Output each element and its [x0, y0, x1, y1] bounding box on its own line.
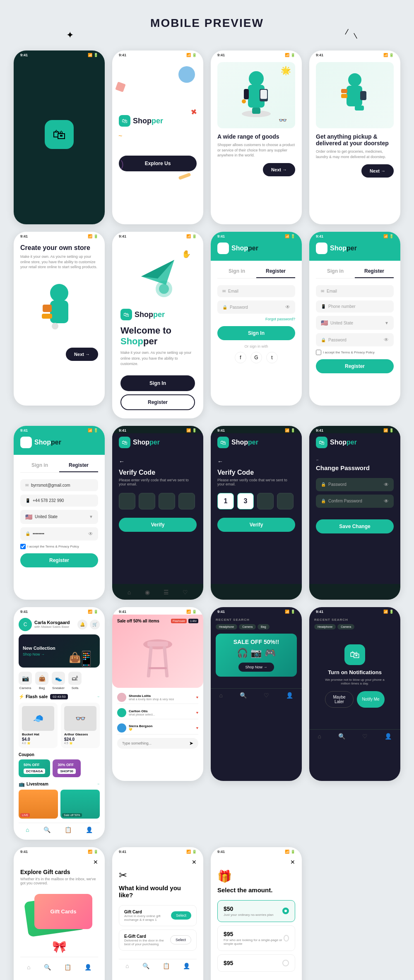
stream-card-1[interactable]: LIVE	[19, 790, 58, 819]
terms-checkbox-filled[interactable]: I accept the Terms & Privacy Policy	[20, 544, 98, 549]
amount-option-50[interactable]: $50 Just your ordinary no-worries plan	[217, 900, 295, 922]
tab-signin[interactable]: Sign in	[217, 265, 256, 278]
forgot-password-link[interactable]: Forgot password?	[217, 317, 295, 321]
delivery-svg	[332, 68, 378, 122]
nav-heart-search[interactable]: ♡	[264, 692, 269, 699]
verify1-btn[interactable]: Verify	[119, 518, 197, 532]
onboard2-next-btn[interactable]: Next →	[263, 163, 295, 176]
amount-option-95[interactable]: $95 For who are looking for a single-pag…	[217, 925, 295, 951]
send-icon[interactable]: ➤	[189, 740, 193, 746]
see-all-livestream[interactable]: →	[96, 782, 100, 786]
nav-search-active[interactable]: 🔍	[240, 692, 247, 699]
country-filled[interactable]: 🇺🇸 United State ▼	[20, 510, 98, 524]
terms-checkbox[interactable]: I accept the Terms & Privacy Policy	[316, 350, 394, 355]
welcome-logo: 🛍 Shopper	[120, 309, 195, 320]
coupon-card-1[interactable]: 50% OFF DCYBAGA	[19, 759, 50, 777]
signin-green-btn[interactable]: Sign In	[217, 326, 295, 340]
see-all-flash[interactable]: →	[96, 695, 100, 699]
gift-card-option[interactable]: Gift Card Arrive in every online gift ex…	[119, 905, 197, 926]
signin-content: Sign in Register ✉ Email 🔒 Password 👁 Fo…	[211, 261, 302, 370]
close-amount-btn[interactable]: ✕	[290, 859, 295, 865]
welcome-signin-btn[interactable]: Sign In	[120, 375, 195, 391]
nav-profile-notif[interactable]: 👤	[385, 733, 392, 740]
country-field-register[interactable]: 🇺🇸 United State ▼	[316, 316, 394, 330]
chat-input[interactable]	[122, 741, 187, 745]
register-btn[interactable]: Register	[316, 359, 394, 373]
coupon-card-2[interactable]: 30% OFF SHOP30	[53, 759, 81, 777]
nav-home-gift[interactable]: ⌂	[27, 964, 30, 970]
categories-row: 📷 Camera 👜 Bag 👟 Sneaker 🛋 Sofa	[19, 672, 100, 690]
code-box-1[interactable]	[119, 493, 135, 509]
ecard-select-btn[interactable]: Select	[170, 935, 191, 944]
nav-home-notif[interactable]: ⌂	[318, 733, 321, 740]
code-box-3[interactable]	[159, 493, 175, 509]
code-box-empty-3[interactable]	[257, 493, 274, 509]
create-store-next-btn[interactable]: Next →	[66, 348, 98, 361]
code-box-filled-2[interactable]: 3	[237, 493, 254, 509]
code-box-4[interactable]	[178, 493, 195, 509]
maybe-later-btn[interactable]: Maybe Later	[325, 691, 354, 708]
search-tag-2[interactable]: Camera	[239, 624, 256, 629]
back-arrow-verify1[interactable]: ←	[119, 458, 197, 465]
register-btn-filled[interactable]: Register	[20, 553, 98, 567]
code-box-empty-4[interactable]	[277, 493, 294, 509]
nav-search-kind[interactable]: 🔍	[142, 963, 149, 969]
svg-point-22	[159, 284, 169, 294]
screen-row-1: 9:41 📶 🔋 🛍 9:41 📶🔋	[0, 50, 414, 232]
cart-icon[interactable]: 🛒	[90, 620, 100, 629]
verify1-screen: 9:41 📶🔋 🛍 Shopper ← Verify Code Please e…	[112, 426, 203, 600]
svg-rect-11	[341, 89, 347, 93]
tab-register-active[interactable]: Register	[355, 265, 394, 278]
onboard3-next-btn[interactable]: Next →	[361, 164, 394, 178]
verify2-btn[interactable]: Verify	[217, 518, 295, 532]
amount-option-95-2[interactable]: $95	[217, 954, 295, 972]
product-card-1[interactable]: 🧢 Bucket Hat $4.0 4.0 ⭐	[19, 703, 58, 748]
nav-home-kind[interactable]: ⌂	[125, 963, 129, 969]
nav-profile-kind[interactable]: 👤	[183, 963, 190, 969]
back-arrow-verify2[interactable]: ←	[217, 458, 295, 465]
google-icon[interactable]: G	[250, 352, 262, 363]
nav-profile[interactable]: 👤	[86, 826, 93, 833]
register1-content: Sign in Register ✉ Email 📱 Phone number …	[309, 261, 400, 384]
notify-me-btn[interactable]: Notify Me	[357, 691, 385, 708]
twitter-icon[interactable]: t	[266, 352, 278, 363]
nav-home[interactable]: ⌂	[26, 826, 29, 833]
nav-orders-gift[interactable]: 📋	[64, 964, 71, 970]
category-bag[interactable]: 👜 Bag	[35, 672, 48, 690]
welcome-register-btn[interactable]: Register	[120, 394, 195, 410]
product-card-2[interactable]: 👓 Arthur Glasses $24.0 4.5 ⭐	[61, 703, 100, 748]
svg-point-8	[348, 73, 361, 86]
gift-card-select-btn[interactable]: Select	[171, 911, 191, 920]
facebook-icon[interactable]: f	[235, 352, 246, 363]
livestream-cards: LIVE Sale off 50%	[19, 790, 100, 819]
tab-register-inactive[interactable]: Register	[256, 265, 295, 278]
explore-btn[interactable]: Explore Us	[119, 156, 197, 171]
category-sneaker[interactable]: 👟 Sneaker	[52, 672, 65, 690]
phone-field-register: 📱 Phone number	[316, 300, 394, 312]
nav-profile-search[interactable]: 👤	[286, 692, 293, 699]
code-box-2[interactable]	[139, 493, 155, 509]
nav-search-notif[interactable]: 🔍	[338, 733, 345, 740]
category-camera[interactable]: 📷 Camera	[19, 672, 32, 690]
notification-icon[interactable]: 🔔	[77, 620, 87, 629]
tab-signin-inactive[interactable]: Sign in	[316, 265, 355, 278]
svg-rect-24	[147, 641, 168, 646]
search-tag-3[interactable]: Bag	[258, 624, 269, 629]
search-tag-1[interactable]: Headphone	[216, 624, 237, 629]
nav-heart-notif[interactable]: ♡	[362, 733, 368, 740]
code-box-filled-1[interactable]: 1	[217, 493, 234, 509]
nav-orders-kind[interactable]: 📋	[163, 963, 170, 969]
save-change-btn[interactable]: Save Change	[316, 519, 394, 533]
home-header: C Carla Korsgaard with Malawi Sales Base…	[19, 618, 100, 631]
nav-search[interactable]: 🔍	[43, 826, 51, 833]
close-gift-btn[interactable]: ✕	[93, 859, 98, 865]
close-gift-kind-btn[interactable]: ✕	[192, 859, 197, 865]
nav-profile-gift[interactable]: 👤	[84, 964, 91, 970]
ecard-option[interactable]: E-Gift Card Delivered in the door in the…	[119, 930, 197, 951]
stream-card-2[interactable]: Sale off 50%	[60, 790, 100, 819]
category-sofa[interactable]: 🛋 Sofa	[68, 672, 82, 690]
nav-search-gift[interactable]: 🔍	[44, 964, 51, 970]
shop-now-btn[interactable]: Shop Now →	[238, 663, 274, 672]
nav-orders[interactable]: 📋	[65, 826, 72, 833]
nav-home-search[interactable]: ⌂	[219, 692, 223, 699]
